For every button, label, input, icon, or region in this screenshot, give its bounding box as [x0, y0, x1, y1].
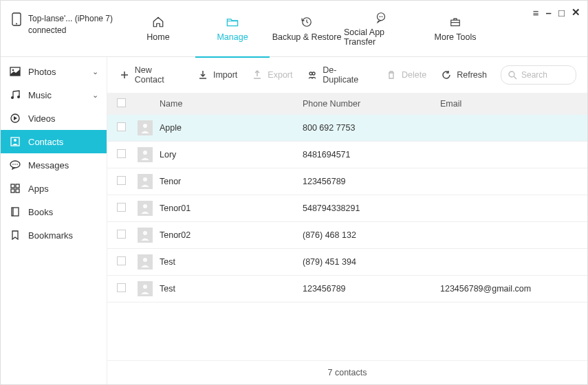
sidebar-item-apps[interactable]: Apps — [1, 177, 107, 200]
column-email: Email — [440, 99, 578, 109]
svg-point-17 — [14, 164, 16, 165]
new-contact-button[interactable]: New Contact — [118, 65, 183, 85]
delete-button[interactable]: Delete — [385, 69, 426, 81]
nav-more[interactable]: More Tools — [418, 1, 492, 57]
book-icon — [9, 206, 21, 218]
contact-name: Tenor01 — [160, 204, 190, 213]
row-checkbox[interactable] — [117, 176, 126, 185]
sidebar-item-bookmarks[interactable]: Bookmarks — [1, 223, 107, 247]
table-header: Name Phone Number Email — [107, 93, 587, 115]
bookmark-icon — [9, 229, 21, 241]
device-info: Top-lanse'... (iPhone 7) connected — [1, 1, 121, 36]
table-row[interactable]: Test(879) 451 394 — [107, 249, 587, 276]
sidebar-item-label: Music — [28, 90, 52, 100]
apps-icon — [9, 182, 21, 195]
svg-point-31 — [143, 231, 147, 235]
contact-count: 7 contacts — [328, 368, 367, 377]
nav-home[interactable]: Home — [121, 1, 195, 57]
message-icon — [9, 159, 21, 171]
table-row[interactable]: Tenor01548794338291 — [107, 195, 587, 222]
nav-social[interactable]: Social App Transfer — [344, 1, 418, 57]
nav-manage[interactable]: Manage — [195, 1, 270, 57]
backup-icon — [301, 16, 313, 28]
import-button[interactable]: Import — [197, 69, 237, 81]
export-icon — [251, 69, 263, 81]
phone-icon — [10, 13, 23, 25]
svg-rect-21 — [11, 189, 14, 192]
contact-phone: 123456789 — [303, 177, 440, 186]
device-name: Top-lanse'... (iPhone 7) — [28, 13, 113, 25]
row-checkbox[interactable] — [117, 256, 126, 265]
row-checkbox[interactable] — [117, 230, 126, 239]
search-box[interactable] — [501, 65, 576, 85]
import-icon — [197, 69, 209, 81]
contact-name: Apple — [160, 123, 182, 133]
folder-icon — [226, 16, 239, 28]
close-button[interactable]: ✕ — [571, 6, 580, 19]
search-icon — [508, 69, 517, 81]
toolbar: New Contact Import Export De-Duplicate D… — [107, 57, 587, 93]
contact-name: Tenor02 — [160, 230, 190, 240]
header: Top-lanse'... (iPhone 7) connected Home … — [1, 1, 587, 57]
contact-name: Tenor — [160, 177, 181, 186]
contact-phone: (879) 451 394 — [303, 257, 440, 267]
contact-phone: 548794338291 — [303, 204, 440, 213]
toolbox-icon — [449, 16, 461, 28]
sidebar-item-videos[interactable]: Videos — [1, 107, 107, 130]
row-checkbox[interactable] — [117, 149, 126, 158]
svg-point-26 — [509, 72, 514, 77]
table-row[interactable]: Tenor02(876) 468 132 — [107, 222, 587, 249]
sidebar-item-label: Apps — [28, 184, 49, 194]
home-icon — [152, 16, 164, 28]
contact-email: 123456789@gmail.com — [440, 284, 578, 294]
row-checkbox[interactable] — [117, 203, 126, 212]
sidebar-item-label: Photos — [28, 67, 56, 77]
avatar — [138, 201, 153, 216]
column-phone: Phone Number — [303, 99, 440, 109]
avatar — [138, 174, 153, 189]
chevron-down-icon: ⌄ — [92, 67, 98, 76]
deduplicate-button[interactable]: De-Duplicate — [306, 65, 371, 85]
sidebar-item-music[interactable]: Music ⌄ — [1, 83, 107, 107]
sidebar-item-label: Books — [28, 207, 53, 217]
refresh-button[interactable]: Refresh — [440, 69, 487, 81]
body: Photos ⌄ Music ⌄ Videos Contacts Message… — [1, 57, 587, 384]
table-row[interactable]: Test123456789123456789@gmail.com — [107, 276, 587, 302]
svg-point-14 — [14, 139, 17, 142]
svg-point-27 — [143, 124, 147, 128]
sidebar-item-photos[interactable]: Photos ⌄ — [1, 60, 107, 83]
select-all-checkbox[interactable] — [117, 98, 126, 107]
app-window: Top-lanse'... (iPhone 7) connected Home … — [0, 0, 588, 385]
chat-icon — [375, 11, 387, 23]
row-checkbox[interactable] — [117, 122, 126, 131]
main-panel: New Contact Import Export De-Duplicate D… — [107, 57, 587, 384]
footer: 7 contacts — [107, 360, 587, 384]
contact-icon — [9, 135, 21, 148]
svg-point-5 — [380, 16, 381, 17]
sidebar-item-messages[interactable]: Messages — [1, 153, 107, 177]
table-row[interactable]: Apple800 692 7753 — [107, 115, 587, 142]
table-row[interactable]: Tenor123456789 — [107, 168, 587, 195]
table-row[interactable]: Lory8481694571 — [107, 142, 587, 168]
avatar — [138, 228, 153, 243]
menu-icon[interactable]: ≡ — [533, 7, 539, 19]
svg-point-32 — [143, 258, 147, 262]
sidebar-item-label: Bookmarks — [28, 230, 73, 241]
sidebar-item-contacts[interactable]: Contacts — [1, 130, 107, 153]
device-status: connected — [28, 25, 113, 36]
svg-point-16 — [12, 164, 14, 165]
sidebar-item-books[interactable]: Books — [1, 200, 107, 223]
export-button[interactable]: Export — [251, 69, 292, 81]
svg-rect-20 — [16, 184, 19, 188]
column-name: Name — [138, 99, 303, 109]
refresh-icon — [440, 69, 453, 81]
svg-rect-19 — [11, 184, 14, 188]
minimize-button[interactable]: – — [546, 7, 552, 19]
maximize-button[interactable]: □ — [558, 7, 565, 19]
sidebar-item-label: Videos — [28, 113, 56, 124]
nav-backup[interactable]: Backup & Restore — [270, 1, 344, 57]
sidebar-item-label: Contacts — [28, 137, 63, 147]
contact-phone: (876) 468 132 — [303, 230, 440, 240]
row-checkbox[interactable] — [117, 283, 126, 292]
search-input[interactable] — [521, 70, 569, 80]
